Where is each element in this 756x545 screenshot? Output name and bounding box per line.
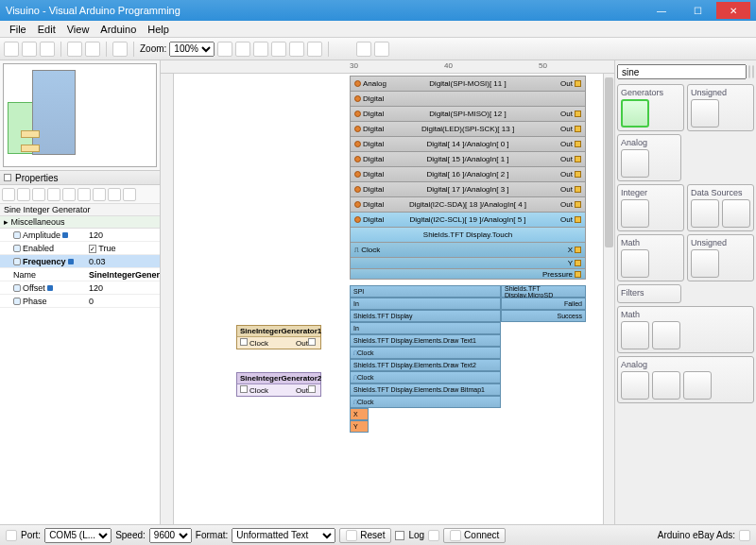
tft-y-row[interactable]: Y: [350, 257, 586, 268]
prop-row-offset[interactable]: Offset 120: [0, 281, 160, 295]
prop-row-name[interactable]: Name SineIntegerGenerator2: [0, 268, 160, 281]
menu-view[interactable]: View: [61, 24, 95, 35]
minimize-button[interactable]: —: [644, 2, 679, 19]
connect-button[interactable]: Connect: [443, 528, 506, 543]
out-pin-icon[interactable]: [308, 385, 316, 393]
menu-help[interactable]: Help: [142, 24, 175, 35]
pin-row[interactable]: DigitalDigital[ 16 ]/AnalogIn[ 2 ]Out: [350, 166, 586, 181]
palette-item[interactable]: [691, 99, 719, 128]
log-checkbox[interactable]: [395, 531, 404, 540]
prop-tool-icon[interactable]: [123, 188, 136, 201]
pin-row[interactable]: AnalogDigital(SPI-MOSI)[ 11 ]Out: [350, 76, 586, 91]
palette-item[interactable]: [652, 321, 680, 349]
tft-clock-row[interactable]: ⎍ ClockX: [350, 242, 586, 257]
shield-out-y[interactable]: Y: [350, 420, 369, 433]
out-pin-icon[interactable]: [575, 247, 581, 253]
shield-display[interactable]: Shields.TFT Display: [350, 310, 501, 322]
out-pin-icon[interactable]: [575, 201, 581, 208]
pin-row[interactable]: DigitalDigital[ 14 ]/AnalogIn[ 0 ]Out: [350, 136, 586, 151]
open-icon[interactable]: [22, 42, 37, 57]
shield-spi[interactable]: SPI: [350, 285, 501, 298]
copyimg-icon[interactable]: [67, 42, 82, 57]
shield-microsd[interactable]: Shields.TFT Display.MicroSD: [501, 285, 586, 298]
prop-tool-icon[interactable]: [2, 188, 15, 201]
design-canvas[interactable]: 30 40 50 SineIntegerGenerator1 ClockOut …: [161, 60, 614, 524]
shield-elem-text1[interactable]: Shields.TFT Display.Elements.Draw Text1: [350, 334, 501, 347]
pin-row[interactable]: DigitalDigital[ 15 ]/AnalogIn[ 1 ]Out: [350, 151, 586, 166]
collapse-icon[interactable]: [4, 174, 11, 181]
shield-elem-bitmap[interactable]: Shields.TFT Display.Elements.Draw Bitmap…: [350, 383, 501, 396]
out-pin-icon[interactable]: [308, 338, 316, 346]
format-combo[interactable]: Unformatted Text: [232, 528, 335, 543]
shield-in2[interactable]: In: [350, 322, 501, 334]
vertical-scrollbar[interactable]: [603, 74, 614, 524]
pin-row[interactable]: DigitalDigital(LED)(SPI-SCK)[ 13 ]Out: [350, 121, 586, 136]
shield-in[interactable]: In: [350, 298, 501, 310]
out-pin-icon[interactable]: [575, 271, 581, 278]
pin-row[interactable]: DigitalDigital[ 17 ]/AnalogIn[ 3 ]Out: [350, 181, 586, 196]
menu-file[interactable]: File: [4, 24, 32, 35]
zoom-combo[interactable]: 100%: [169, 42, 215, 57]
zoomout-icon[interactable]: [235, 42, 250, 57]
prop-row-amplitude[interactable]: Amplitude 120: [0, 229, 160, 242]
tft-pressure-row[interactable]: Pressure: [350, 268, 586, 280]
overview-panel[interactable]: [3, 63, 157, 167]
out-pin-icon[interactable]: [575, 216, 581, 223]
prop-tool-icon[interactable]: [108, 188, 121, 201]
prop-row-frequency[interactable]: Frequency 0.03: [0, 255, 160, 268]
palette-item[interactable]: [652, 371, 680, 400]
ads-close-icon[interactable]: [739, 530, 750, 541]
filter-icon[interactable]: [748, 65, 750, 78]
checkbox-icon[interactable]: ✓: [89, 245, 96, 253]
pin-row[interactable]: DigitalDigital(SPI-MISO)[ 12 ]Out: [350, 106, 586, 121]
out-pin-icon[interactable]: [575, 156, 581, 162]
palette-item[interactable]: [722, 199, 750, 228]
overview-icon[interactable]: [112, 42, 128, 57]
palette-item[interactable]: [621, 249, 649, 278]
save-icon[interactable]: [40, 42, 55, 57]
out-pin-icon[interactable]: [575, 186, 581, 193]
shield-elem-text2[interactable]: Shields.TFT Display.Elements.Draw Text2: [350, 359, 501, 371]
palette-item[interactable]: [621, 199, 649, 228]
property-group[interactable]: ▸ Miscellaneous: [0, 216, 160, 229]
shield-failed[interactable]: Failed: [501, 298, 586, 310]
close-button[interactable]: ✕: [716, 2, 750, 19]
serial-icon[interactable]: [6, 530, 17, 541]
paste-icon[interactable]: [85, 42, 100, 57]
scroll-thumb[interactable]: [605, 77, 613, 247]
add-icon[interactable]: [752, 65, 754, 78]
menu-edit[interactable]: Edit: [32, 24, 61, 35]
speed-combo[interactable]: 9600: [149, 528, 192, 543]
out-pin-icon[interactable]: [575, 80, 581, 87]
out-pin-icon[interactable]: [575, 141, 581, 147]
pin-row[interactable]: DigitalDigital(I2C-SCL)[ 19 ]/AnalogIn[ …: [350, 212, 586, 227]
prop-tool-icon[interactable]: [93, 188, 106, 201]
prop-tool-icon[interactable]: [77, 188, 91, 201]
zoomin-icon[interactable]: [217, 42, 232, 57]
port-combo[interactable]: COM5 (L...: [44, 528, 112, 543]
new-icon[interactable]: [4, 42, 19, 57]
shield-text2-clock[interactable]: ⎍ Clock: [350, 371, 501, 383]
node-sine-gen2[interactable]: SineIntegerGenerator2 ClockOut: [236, 372, 321, 397]
tft-touch-row[interactable]: Shields.TFT Display.Touch: [350, 227, 586, 242]
prop-tool-icon[interactable]: [17, 188, 30, 201]
refresh-icon[interactable]: [289, 42, 304, 57]
zoomsel-icon[interactable]: [271, 42, 286, 57]
palette-item[interactable]: [691, 249, 719, 278]
palette-item[interactable]: [621, 321, 649, 349]
maximize-button[interactable]: ☐: [680, 2, 714, 19]
board-pins[interactable]: AnalogDigital(SPI-MOSI)[ 11 ]Out Digital…: [350, 76, 586, 280]
upload-icon[interactable]: [374, 42, 389, 57]
delete-icon[interactable]: [307, 42, 322, 57]
prop-row-enabled[interactable]: Enabled ✓ True: [0, 242, 160, 255]
prop-row-phase[interactable]: Phase 0: [0, 295, 160, 308]
out-pin-icon[interactable]: [575, 260, 581, 266]
pin-row[interactable]: DigitalDigital(I2C-SDA)[ 18 ]/AnalogIn[ …: [350, 196, 586, 212]
prop-tool-icon[interactable]: [32, 188, 45, 201]
palette-item[interactable]: [621, 371, 649, 400]
zoomfit-icon[interactable]: [253, 42, 268, 57]
property-grid[interactable]: Sine Integer Generator ▸ Miscellaneous A…: [0, 204, 160, 524]
palette-search-input[interactable]: [617, 64, 747, 79]
out-pin-icon[interactable]: [575, 171, 581, 178]
logfile-icon[interactable]: [428, 530, 439, 541]
